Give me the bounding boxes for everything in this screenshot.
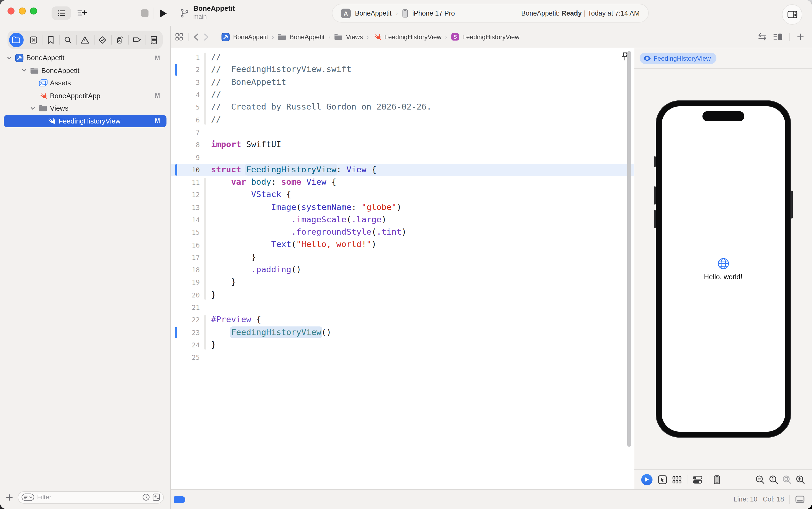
run-destination[interactable]: iPhone 17 Pro bbox=[412, 9, 455, 17]
project-identity[interactable]: BoneAppetit main bbox=[180, 4, 235, 21]
code-text: FeedingHistoryView() bbox=[211, 326, 331, 339]
device-icon[interactable] bbox=[714, 475, 720, 484]
fold-ribbon bbox=[204, 89, 206, 101]
code-line-7[interactable]: 7 bbox=[171, 126, 634, 139]
zoom-in-icon[interactable] bbox=[796, 475, 805, 484]
go-back-button[interactable] bbox=[193, 33, 199, 40]
iphone-preview-device[interactable]: Hello, world! bbox=[655, 100, 791, 438]
sidebar-item-boneappetit[interactable]: BoneAppetit bbox=[4, 64, 167, 77]
sidebar-tab-changes-navigator[interactable] bbox=[25, 31, 42, 49]
sidebar-item-boneappetitapp[interactable]: BoneAppetitAppM bbox=[4, 90, 167, 102]
swift-icon bbox=[39, 92, 47, 100]
close-window-button[interactable] bbox=[7, 7, 14, 14]
toggle-navigator-button[interactable] bbox=[52, 6, 71, 20]
zoom-out-icon[interactable] bbox=[755, 475, 765, 484]
code-line-19[interactable]: 19 } bbox=[171, 276, 634, 289]
related-items-grid-icon[interactable] bbox=[175, 33, 183, 41]
add-editor-icon[interactable] bbox=[797, 33, 805, 41]
code-line-4[interactable]: 4// bbox=[171, 89, 634, 101]
filter-input[interactable] bbox=[37, 494, 140, 501]
code-line-11[interactable]: 11 var body: some View { bbox=[171, 176, 634, 189]
preview-name-pill[interactable]: FeedingHistoryView bbox=[640, 53, 716, 64]
folder-fill-icon bbox=[39, 105, 47, 112]
stop-button[interactable] bbox=[140, 6, 149, 20]
hello-world-text: Hello, world! bbox=[704, 272, 742, 280]
minimize-window-button[interactable] bbox=[19, 7, 26, 14]
breadcrumb-item[interactable]: SFeedingHistoryView bbox=[451, 33, 519, 41]
code-line-2[interactable]: 2// FeedingHistoryView.swift bbox=[171, 64, 634, 76]
add-item-button[interactable] bbox=[5, 493, 13, 501]
zoom-fit-icon[interactable] bbox=[782, 475, 791, 484]
code-line-13[interactable]: 13 Image(systemName: "globe") bbox=[171, 201, 634, 214]
breadcrumb-label: BoneAppetit bbox=[233, 33, 268, 40]
sidebar-tab-reports-navigator[interactable] bbox=[145, 31, 163, 49]
filter-field[interactable] bbox=[18, 491, 164, 503]
sidebar-tab-issues-navigator[interactable] bbox=[76, 31, 94, 49]
toggle-debug-area-icon[interactable] bbox=[796, 496, 805, 503]
zoom-100-icon[interactable] bbox=[769, 475, 778, 484]
breadcrumb-item[interactable]: BoneAppetit bbox=[278, 33, 325, 40]
chevron-right-icon: › bbox=[445, 34, 447, 40]
code-line-24[interactable]: 24} bbox=[171, 339, 634, 351]
sidebar-tab-find-navigator[interactable] bbox=[59, 31, 76, 49]
run-button[interactable] bbox=[157, 6, 169, 20]
filter-menu-icon[interactable] bbox=[22, 494, 34, 501]
fold-ribbon-slot bbox=[200, 113, 211, 126]
disclosure-chevron-icon[interactable] bbox=[30, 106, 35, 111]
code-line-1[interactable]: 1// bbox=[171, 51, 634, 64]
scheme-destination-pill[interactable]: A BoneAppetit › iPhone 17 Pro BoneAppeti… bbox=[332, 4, 649, 23]
sidebar-tab-project-navigator[interactable] bbox=[7, 31, 25, 49]
code-line-18[interactable]: 18 .padding() bbox=[171, 264, 634, 276]
device-settings-icon[interactable] bbox=[693, 475, 703, 483]
disclosure-chevron-icon[interactable] bbox=[6, 55, 12, 61]
change-bar bbox=[175, 177, 177, 188]
source-control-status-filter-icon[interactable] bbox=[153, 494, 160, 501]
selectable-mode-icon[interactable] bbox=[658, 475, 667, 484]
writing-tools-button[interactable] bbox=[74, 6, 90, 20]
sidebar-item-feedinghistoryview[interactable]: FeedingHistoryViewM bbox=[4, 115, 167, 127]
sidebar-item-views[interactable]: Views bbox=[4, 102, 167, 115]
sidebar-tab-debug-navigator[interactable] bbox=[111, 31, 128, 49]
code-line-6[interactable]: 6// bbox=[171, 113, 634, 126]
go-forward-button[interactable] bbox=[204, 33, 209, 40]
code-line-20[interactable]: 20} bbox=[171, 289, 634, 301]
sidebar-item-boneappetit[interactable]: BoneAppetitM bbox=[4, 52, 167, 64]
zoom-window-button[interactable] bbox=[30, 7, 37, 14]
code-line-14[interactable]: 14 .imageScale(.large) bbox=[171, 214, 634, 226]
scheme-name[interactable]: BoneAppetit bbox=[355, 9, 392, 17]
recent-files-clock-icon[interactable] bbox=[142, 494, 150, 501]
code-line-8[interactable]: 8import SwiftUI bbox=[171, 138, 634, 151]
breadcrumb-item[interactable]: Views bbox=[334, 33, 363, 40]
live-preview-play-button[interactable] bbox=[641, 474, 652, 485]
code-line-25[interactable]: 25 bbox=[171, 351, 634, 364]
swift-icon bbox=[372, 33, 381, 41]
code-line-9[interactable]: 9 bbox=[171, 151, 634, 164]
code-line-10[interactable]: 10struct FeedingHistoryView: View { bbox=[171, 164, 634, 176]
toggle-inspector-button[interactable] bbox=[782, 4, 802, 25]
sidebar-tab-bookmarks-navigator[interactable] bbox=[42, 31, 59, 49]
code-line-22[interactable]: 22#Preview { bbox=[171, 313, 634, 326]
editor-scrollbar[interactable] bbox=[627, 51, 631, 447]
change-bar bbox=[175, 64, 177, 76]
code-line-17[interactable]: 17 } bbox=[171, 251, 634, 264]
code-line-3[interactable]: 3// BoneAppetit bbox=[171, 76, 634, 89]
code-editor[interactable]: 1//2// FeedingHistoryView.swift3// BoneA… bbox=[171, 48, 634, 489]
swap-editor-icon[interactable] bbox=[758, 33, 767, 41]
sidebar-item-assets[interactable]: Assets bbox=[4, 77, 167, 90]
code-line-5[interactable]: 5// Created by Russell Gordon on 2026-02… bbox=[171, 101, 634, 113]
code-line-16[interactable]: 16 Text("Hello, world!") bbox=[171, 239, 634, 251]
navigator-sidebar: BoneAppetitMBoneAppetitAssetsBoneAppetit… bbox=[0, 26, 171, 509]
s-badge-icon: S bbox=[451, 33, 459, 41]
canvas[interactable]: Hello, world! bbox=[634, 69, 812, 469]
code-line-12[interactable]: 12 VStack { bbox=[171, 189, 634, 201]
breadcrumb-item[interactable]: BoneAppetit bbox=[221, 32, 268, 41]
sidebar-tab-breakpoints-navigator[interactable] bbox=[128, 31, 145, 49]
code-line-15[interactable]: 15 .foregroundStyle(.tint) bbox=[171, 226, 634, 239]
breadcrumb-item[interactable]: FeedingHistoryView bbox=[372, 33, 441, 41]
sidebar-tab-tests-navigator[interactable] bbox=[94, 31, 111, 49]
disclosure-chevron-icon[interactable] bbox=[22, 68, 27, 73]
code-line-23[interactable]: 23 FeedingHistoryView() bbox=[171, 326, 634, 339]
variants-grid-icon[interactable] bbox=[672, 475, 681, 483]
editor-options-icon[interactable] bbox=[773, 33, 783, 41]
code-line-21[interactable]: 21 bbox=[171, 301, 634, 314]
